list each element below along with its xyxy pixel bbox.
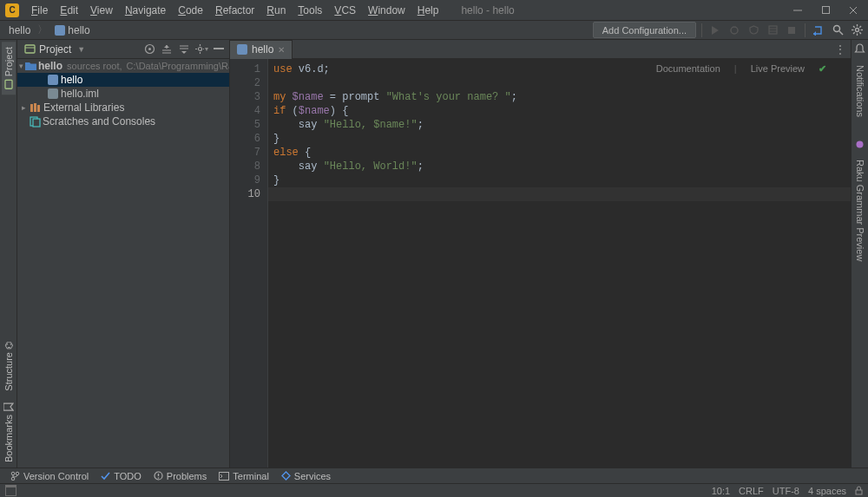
readonly-lock-icon[interactable] bbox=[855, 486, 863, 495]
chevron-down-icon[interactable]: ▾ bbox=[19, 62, 23, 70]
menu-help[interactable]: Help bbox=[412, 3, 444, 18]
project-view-selector[interactable]: Project ▼ bbox=[21, 42, 89, 57]
menu-vcs[interactable]: VCS bbox=[329, 3, 361, 18]
tree-project-root[interactable]: ▾ hello sources root, C:\Data\Programmin… bbox=[17, 59, 229, 73]
raku-file-icon bbox=[55, 25, 65, 36]
svg-point-52 bbox=[11, 477, 15, 481]
services-tab[interactable]: Services bbox=[278, 471, 334, 481]
editor[interactable]: 12345678910 use v6.d; my $name = prompt … bbox=[230, 59, 851, 468]
notifications-icon[interactable] bbox=[854, 43, 865, 55]
grammar-icon[interactable] bbox=[855, 140, 865, 149]
nav-right: Add Configuration... bbox=[593, 22, 865, 38]
svg-point-55 bbox=[157, 477, 159, 479]
tree-external-libraries[interactable]: ▸ External Libraries bbox=[17, 101, 229, 114]
notifications-tab[interactable]: Notifications bbox=[853, 60, 867, 122]
breadcrumb-file[interactable]: hello bbox=[51, 23, 93, 38]
menu-bar: C FileEditViewNavigateCodeRefactorRunToo… bbox=[0, 0, 868, 21]
inspection-ok-icon[interactable]: ✔ bbox=[819, 63, 826, 75]
close-tab-icon[interactable]: ✕ bbox=[278, 45, 285, 55]
raku-grammar-preview-tab[interactable]: Raku Grammar Preview bbox=[853, 154, 867, 266]
iml-file-icon bbox=[47, 88, 59, 100]
terminal-tab[interactable]: Terminal bbox=[215, 471, 273, 481]
indent-setting[interactable]: 4 spaces bbox=[808, 486, 846, 496]
raku-file-icon bbox=[237, 44, 247, 55]
menu-edit[interactable]: Edit bbox=[55, 3, 83, 18]
caret-position[interactable]: 10:1 bbox=[712, 486, 730, 496]
editor-code[interactable]: use v6.d; my $name = prompt "What's your… bbox=[268, 59, 851, 468]
svg-marker-57 bbox=[282, 472, 290, 480]
version-control-tab[interactable]: Version Control bbox=[7, 471, 92, 481]
settings-icon[interactable] bbox=[849, 23, 865, 38]
svg-point-49 bbox=[857, 141, 864, 147]
bookmarks-toolwindow-tab[interactable]: Bookmarks bbox=[2, 396, 16, 468]
select-opened-file-icon[interactable] bbox=[142, 43, 156, 56]
stop-icon[interactable] bbox=[784, 23, 799, 38]
project-tree[interactable]: ▾ hello sources root, C:\Data\Programmin… bbox=[17, 59, 230, 468]
svg-line-21 bbox=[853, 32, 855, 34]
menu-items: FileEditViewNavigateCodeRefactorRunTools… bbox=[26, 3, 444, 18]
problems-tab[interactable]: Problems bbox=[150, 471, 210, 481]
collapse-all-icon[interactable] bbox=[177, 43, 191, 56]
project-tree-toolbar: Project ▼ ▾ bbox=[17, 40, 230, 58]
svg-rect-40 bbox=[214, 48, 224, 49]
editor-gutter[interactable]: 12345678910 bbox=[230, 59, 268, 468]
live-preview-link[interactable]: Live Preview bbox=[746, 62, 810, 75]
maximize-button[interactable] bbox=[819, 4, 832, 16]
todo-tab[interactable]: TODO bbox=[97, 471, 145, 481]
svg-rect-1 bbox=[822, 7, 829, 14]
tree-scratches[interactable]: Scratches and Consoles bbox=[17, 114, 229, 128]
menu-refactor[interactable]: Refactor bbox=[210, 3, 260, 18]
chevron-down-icon: ▼ bbox=[77, 45, 85, 54]
menu-file[interactable]: File bbox=[26, 3, 53, 18]
breadcrumb-root[interactable]: hello bbox=[5, 23, 34, 38]
update-project-icon[interactable] bbox=[811, 23, 826, 38]
expand-all-icon[interactable] bbox=[160, 43, 174, 56]
run-with-coverage-icon[interactable] bbox=[746, 23, 761, 38]
menu-run[interactable]: Run bbox=[261, 3, 291, 18]
svg-rect-24 bbox=[25, 45, 35, 53]
debug-icon[interactable] bbox=[727, 23, 742, 38]
tree-settings-icon[interactable]: ▾ bbox=[194, 43, 208, 56]
tree-file-hello-iml[interactable]: hello.iml bbox=[17, 87, 229, 101]
editor-tab-hello[interactable]: hello ✕ bbox=[230, 40, 293, 59]
left-tool-strip: Project Structure ⌬ Bookmarks bbox=[0, 40, 17, 468]
editor-tab-label: hello bbox=[252, 43, 273, 56]
terminal-icon bbox=[219, 472, 229, 481]
todo-icon bbox=[101, 471, 110, 481]
tree-file-hello[interactable]: hello bbox=[17, 73, 229, 87]
menu-tools[interactable]: Tools bbox=[293, 3, 327, 18]
separator bbox=[701, 23, 702, 37]
svg-rect-23 bbox=[5, 80, 12, 88]
menu-code[interactable]: Code bbox=[173, 3, 208, 18]
close-button[interactable] bbox=[847, 4, 859, 16]
project-toolwindow-tab[interactable]: Project bbox=[2, 42, 16, 95]
project-icon bbox=[24, 43, 36, 55]
breadcrumb-root-label: hello bbox=[9, 24, 30, 36]
svg-rect-7 bbox=[769, 26, 777, 34]
line-separator[interactable]: CRLF bbox=[739, 486, 764, 496]
run-icon[interactable] bbox=[707, 23, 723, 38]
editor-tab-options-icon[interactable]: ⋮ bbox=[835, 43, 851, 56]
svg-marker-29 bbox=[164, 45, 169, 48]
chevron-right-icon[interactable]: ▸ bbox=[19, 103, 28, 112]
menu-view[interactable]: View bbox=[85, 3, 118, 18]
menu-navigate[interactable]: Navigate bbox=[120, 3, 171, 18]
svg-line-13 bbox=[839, 31, 843, 35]
search-everywhere-icon[interactable] bbox=[830, 23, 845, 38]
toolwindows-toggle-icon[interactable] bbox=[5, 485, 16, 496]
services-icon bbox=[281, 471, 291, 481]
separator bbox=[805, 23, 806, 37]
hide-panel-icon[interactable] bbox=[212, 43, 226, 56]
svg-rect-43 bbox=[48, 88, 58, 99]
svg-marker-34 bbox=[181, 51, 187, 54]
minimize-button[interactable] bbox=[792, 4, 804, 16]
current-line-highlight bbox=[268, 187, 851, 201]
menu-window[interactable]: Window bbox=[363, 3, 411, 18]
profile-icon[interactable] bbox=[765, 23, 780, 38]
file-encoding[interactable]: UTF-8 bbox=[773, 486, 799, 496]
documentation-link[interactable]: Documentation bbox=[651, 62, 726, 75]
add-configuration-button[interactable]: Add Configuration... bbox=[593, 22, 696, 38]
svg-marker-5 bbox=[712, 26, 719, 35]
svg-point-6 bbox=[731, 27, 738, 34]
structure-toolwindow-tab[interactable]: Structure ⌬ bbox=[1, 336, 16, 396]
